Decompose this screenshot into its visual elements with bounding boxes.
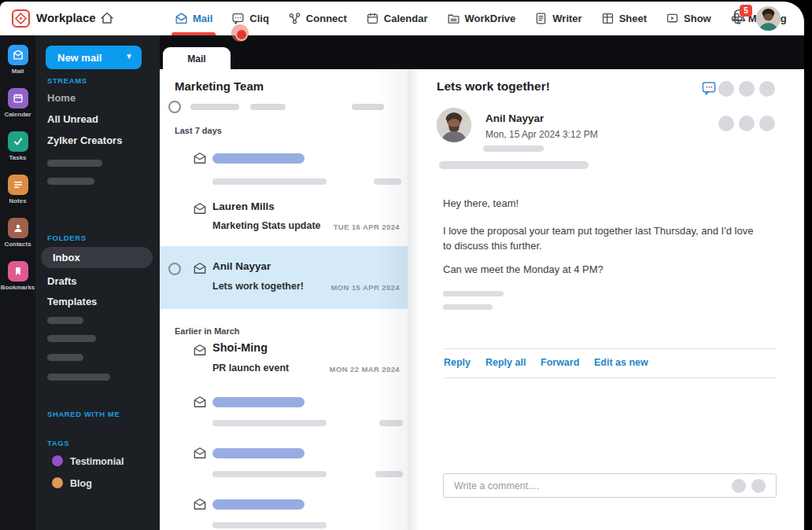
tab-label: WorkDrive <box>465 13 516 24</box>
list-title: Marketing Team <box>175 79 264 93</box>
tab-label: Sheet <box>619 13 647 24</box>
tab-show[interactable]: Show <box>666 2 711 35</box>
skeleton-bar <box>483 145 544 152</box>
sidebar-item-templates[interactable]: Templates <box>47 296 97 307</box>
toolbar-placeholder-button[interactable] <box>718 116 734 131</box>
toolbar-placeholder-button[interactable] <box>718 81 734 97</box>
group-label: Earlier in March <box>175 326 240 336</box>
tab-writer[interactable]: Writer <box>534 2 581 35</box>
message-subject: Lets work together! <box>437 79 550 94</box>
select-all-checkbox[interactable] <box>168 101 181 113</box>
rail-label: Calendar <box>0 111 35 118</box>
mail-subject: Marketing Stats update <box>212 220 321 231</box>
app-tabs: Mail Cliq Connect <box>175 2 787 35</box>
body-paragraph: Hey there, team! <box>443 197 758 212</box>
item-checkbox[interactable] <box>168 263 181 275</box>
rail-contacts-icon <box>8 218 28 238</box>
skeleton-bar <box>47 317 83 324</box>
sidebar-item-inbox[interactable]: Inbox <box>41 247 153 268</box>
edit-as-new-link[interactable]: Edit as new <box>594 357 648 368</box>
mail-subject: Lets work together! <box>212 281 304 292</box>
rail-item-calendar[interactable]: Calendar <box>0 88 35 118</box>
tab-connect[interactable]: Connect <box>288 2 347 35</box>
tab-calendar[interactable]: Calendar <box>366 2 428 35</box>
tab-sheet[interactable]: Sheet <box>601 2 647 35</box>
skeleton-bar <box>47 335 96 342</box>
rail-item-mail[interactable]: Mail <box>0 45 35 75</box>
tag-dot-blog <box>52 477 63 488</box>
skeleton-bar <box>47 374 110 381</box>
mail-sender: Shoi-Ming <box>212 341 268 354</box>
mail-date: MON 22 MAR 2024 <box>330 365 400 374</box>
group-label: Last 7 days <box>175 126 222 135</box>
skeleton-bar <box>352 104 384 110</box>
sidebar-item-home[interactable]: Home <box>47 92 76 104</box>
tab-workdrive[interactable]: WorkDrive <box>447 2 516 35</box>
comment-box <box>443 473 777 498</box>
sidebar-item-zylker-creators[interactable]: Zylker Creators <box>47 134 122 146</box>
mail-icon <box>175 12 188 25</box>
sidebar-item-tag-testimonial[interactable]: Testimonial <box>70 456 124 467</box>
tutorial-pulse-dot[interactable] <box>231 24 249 42</box>
rail-label: Notes <box>0 197 35 204</box>
sidebar-item-all-unread[interactable]: All Unread <box>47 113 98 125</box>
tab-mail[interactable]: Mail <box>175 2 212 35</box>
topbar: Workplace Mail Cliq <box>0 2 804 35</box>
tag-dot-testimonial <box>52 455 63 466</box>
new-mail-button[interactable]: New mail ▼ <box>46 46 142 69</box>
skeleton-bar <box>47 354 83 361</box>
forward-link[interactable]: Forward <box>541 357 579 368</box>
tab-label: Calendar <box>384 13 428 24</box>
section-title-shared: SHARED WITH ME <box>47 410 120 418</box>
toolbar-placeholder-button[interactable] <box>739 81 755 97</box>
cliq-icon <box>231 12 245 25</box>
reply-all-link[interactable]: Reply all <box>485 357 526 368</box>
mail-list-item-selected[interactable]: Anil Nayyar Lets work together! MON 15 A… <box>160 246 408 309</box>
skeleton-bar <box>375 471 403 477</box>
home-icon[interactable] <box>99 10 115 26</box>
toolbar-placeholder-button[interactable] <box>739 116 755 131</box>
rail-item-tasks[interactable]: Tasks <box>0 131 35 161</box>
rail-item-bookmarks[interactable]: Bookmarks <box>0 261 35 291</box>
envelope-icon <box>193 447 207 459</box>
notification-count-badge: 5 <box>740 5 752 17</box>
rail-item-contacts[interactable]: Contacts <box>0 218 35 248</box>
toolbar-placeholder-button[interactable] <box>759 81 775 97</box>
sidebar-item-tag-blog[interactable]: Blog <box>70 478 92 489</box>
notifications-button[interactable]: 5 <box>730 8 752 30</box>
rail-label: Tasks <box>0 154 35 161</box>
skeleton-bar <box>212 397 304 407</box>
comment-action-placeholder[interactable] <box>751 479 766 493</box>
toolbar-placeholder-button[interactable] <box>759 116 775 131</box>
sheet-icon <box>601 12 615 25</box>
envelope-icon <box>193 498 207 510</box>
user-avatar[interactable] <box>756 6 781 31</box>
brand-name: Workplace <box>36 11 96 24</box>
skeleton-bar <box>439 161 589 169</box>
mail-panel-tab[interactable]: Mail <box>163 47 231 69</box>
rail-label: Mail <box>0 68 35 75</box>
skeleton-bar <box>443 291 504 296</box>
rail-calendar-icon <box>8 88 28 109</box>
comment-input[interactable] <box>454 477 690 494</box>
tab-label: Mail <box>193 13 212 24</box>
panel-divider <box>408 69 417 530</box>
inbox-label: Inbox <box>53 252 80 263</box>
rail-label: Bookmarks <box>0 284 35 291</box>
mail-list-panel: Marketing Team Last 7 days Lauren Mills … <box>160 69 408 530</box>
divider <box>445 348 777 349</box>
skeleton-bar <box>212 179 327 185</box>
content-tab-strip: Mail <box>160 35 804 69</box>
comments-icon[interactable] <box>702 81 717 96</box>
tab-label: Connect <box>306 13 347 24</box>
rail-bookmarks-icon <box>8 261 28 282</box>
sidebar-item-drafts[interactable]: Drafts <box>47 275 77 287</box>
comment-action-placeholder[interactable] <box>732 479 746 493</box>
rail-item-notes[interactable]: Notes <box>0 175 35 204</box>
skeleton-bar <box>190 104 239 110</box>
reply-link[interactable]: Reply <box>444 357 471 368</box>
tab-label: Writer <box>552 13 581 24</box>
sender-avatar <box>437 108 471 142</box>
envelope-icon <box>193 202 207 215</box>
sender-name: Anil Nayyar <box>485 112 544 124</box>
